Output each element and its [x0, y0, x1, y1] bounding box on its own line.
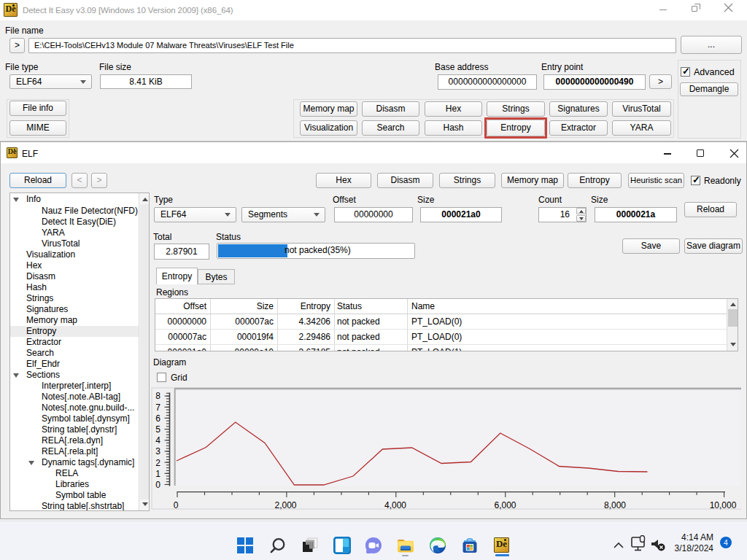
svg-text:8: 8	[155, 391, 160, 401]
svg-text:3: 3	[155, 446, 160, 456]
svg-text:8,000: 8,000	[604, 500, 626, 510]
svg-text:6: 6	[155, 413, 160, 424]
svg-text:4: 4	[155, 435, 160, 446]
svg-text:0: 0	[155, 480, 160, 490]
svg-text:2,000: 2,000	[274, 500, 296, 510]
svg-text:1: 1	[155, 469, 160, 479]
svg-text:10,000: 10,000	[710, 500, 737, 510]
svg-text:4,000: 4,000	[384, 500, 406, 510]
svg-text:6,000: 6,000	[494, 500, 516, 510]
svg-text:0: 0	[174, 500, 179, 510]
svg-text:5: 5	[155, 424, 160, 435]
svg-text:2: 2	[155, 458, 160, 468]
svg-text:7: 7	[155, 402, 160, 413]
